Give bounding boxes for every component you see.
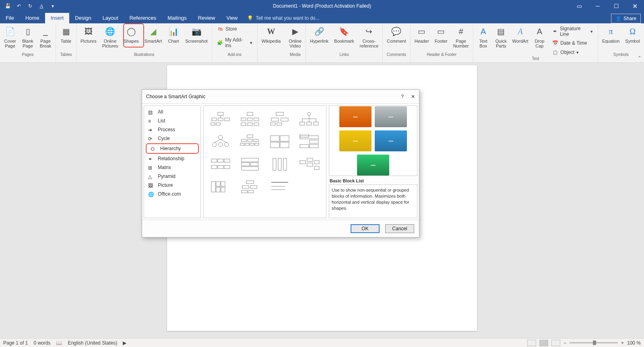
qat-more-icon[interactable]: ▾ [48,2,57,10]
zoom-out-button[interactable]: − [564,340,566,346]
cat-relationship[interactable]: ⚭Relationship [144,154,200,163]
read-mode-button[interactable] [527,340,536,346]
online-pictures-button[interactable]: 🌐Online Pictures [101,25,120,49]
close-icon[interactable]: ✕ [625,0,644,12]
tab-references[interactable]: References [124,13,162,23]
gallery-thumb[interactable] [207,177,234,197]
wikipedia-button[interactable]: WWikipedia [260,25,283,44]
screenshot-button[interactable]: 📷Screenshot [184,25,209,44]
header-button[interactable]: ▭Header [413,25,431,44]
undo-icon[interactable]: ↶ [14,2,23,10]
cat-list[interactable]: ≡List [144,116,200,125]
chart-icon: 📊 [168,26,179,37]
spellcheck-icon[interactable]: 📖 [56,340,62,346]
svg-rect-54 [211,165,217,169]
cover-page-button[interactable]: 📄Cover Page [2,25,18,49]
cat-officecom[interactable]: 🌐Office.com [144,190,200,198]
language-indicator[interactable]: English (United States) [68,340,117,346]
macro-icon[interactable]: ▶ [123,340,126,346]
page-indicator[interactable]: Page 1 of 1 [3,340,28,346]
object-button[interactable]: ▢Object ▾ [549,48,595,56]
cross-reference-button[interactable]: ↪Cross- reference [358,25,380,49]
dropcap-button[interactable]: ADrop Cap [532,25,547,49]
my-addins-button[interactable]: 🧩My Add-ins ▾ [215,36,255,49]
svg-rect-42 [270,136,279,141]
gallery-thumb[interactable] [296,109,323,129]
zoom-level[interactable]: 100 % [627,340,641,346]
share-button[interactable]: 👤Share [611,14,641,23]
equation-button[interactable]: πEquation [601,25,621,44]
cat-all[interactable]: ▤All [144,107,200,116]
tab-design[interactable]: Design [69,13,97,23]
tab-review[interactable]: Review [192,13,221,23]
web-layout-button[interactable] [551,340,560,346]
smartart-button[interactable]: ◢SmartArt [143,25,163,44]
tell-me-input[interactable]: 💡Tell me what you want to do... [243,13,323,23]
symbol-button[interactable]: ΩSymbol [623,25,642,44]
comment-button[interactable]: 💬Comment [385,25,408,44]
group-label: Symbols [613,52,629,57]
shapes-button[interactable]: ◯Shapes [122,25,140,44]
cat-picture[interactable]: 🖼Picture [144,181,200,190]
group-symbols: πEquation ΩSymbol Symbols [598,23,644,62]
tab-home[interactable]: Home [20,13,45,23]
table-button[interactable]: ▦Table [58,25,74,44]
page-break-button[interactable]: ⎯Page Break [38,25,53,49]
page-number-button[interactable]: #Page Number [452,25,471,49]
tab-layout[interactable]: Layout [97,13,124,23]
close-icon[interactable]: ✕ [411,94,415,99]
ok-button[interactable]: OK [351,224,380,233]
tab-mailings[interactable]: Mailings [162,13,192,23]
bookmark-button[interactable]: 🔖Bookmark [332,25,356,44]
cat-cycle[interactable]: ⟳Cycle [144,134,200,143]
chart-button[interactable]: 📊Chart [166,25,181,44]
svg-rect-60 [242,167,258,170]
cat-pyramid[interactable]: △Pyramid [144,172,200,181]
tab-insert[interactable]: Insert [45,13,70,23]
gallery-thumb[interactable] [207,109,234,129]
gallery-thumb[interactable] [207,132,234,152]
cat-matrix[interactable]: ⊞Matrix [144,163,200,172]
blank-page-button[interactable]: ▯Blank Page [20,25,35,49]
footer-button[interactable]: ▭Footer [433,25,449,44]
word-count[interactable]: 0 words [33,340,50,346]
gallery-thumb[interactable] [296,154,323,174]
gallery-thumb[interactable] [266,109,293,129]
pictures-button[interactable]: 🖼Pictures [79,25,98,44]
minimize-icon[interactable]: ─ [588,0,607,12]
gallery-thumb[interactable] [266,132,293,152]
gallery-thumb[interactable] [237,154,264,174]
redo-icon[interactable]: ↻ [26,2,35,10]
save-icon[interactable]: 💾 [3,2,12,10]
help-icon[interactable]: ? [401,94,404,99]
tab-view[interactable]: View [221,13,243,23]
cat-process[interactable]: ➜Process [144,125,200,134]
gallery-thumb[interactable] [237,177,264,197]
cat-hierarchy[interactable]: ⌬Hierarchy [146,143,199,154]
gallery-thumb[interactable] [266,177,293,197]
textbox-button[interactable]: AText Box [476,25,491,49]
gallery-thumb[interactable] [237,132,264,152]
collapse-ribbon-icon[interactable]: ⌃ [638,55,642,61]
quick-parts-button[interactable]: ▤Quick Parts [493,25,509,49]
hyperlink-button[interactable]: 🔗Hyperlink [308,25,330,44]
tab-file[interactable]: File [0,13,20,23]
pyramid-icon: △ [148,174,155,179]
group-label: Illustrations [134,52,155,57]
font-icon[interactable]: A [37,2,46,10]
date-time-button[interactable]: 📅Date & Time [549,39,595,47]
gallery-thumb[interactable] [266,154,293,174]
gallery-thumb[interactable] [207,154,234,174]
maximize-icon[interactable]: ☐ [607,0,625,12]
ribbon-options-icon[interactable]: ▭ [570,0,588,12]
gallery-thumb[interactable] [237,109,264,129]
zoom-in-button[interactable]: + [621,340,624,346]
zoom-slider[interactable] [570,342,618,343]
cancel-button[interactable]: Cancel [385,224,414,233]
online-video-button[interactable]: ▶Online Video [287,25,303,49]
signature-line-button[interactable]: ✒Signature Line ▾ [549,25,595,38]
print-layout-button[interactable] [539,340,548,346]
gallery-thumb[interactable] [296,132,323,152]
store-button[interactable]: 🛍Store [215,25,239,33]
wordart-button[interactable]: AWordArt [511,25,530,44]
